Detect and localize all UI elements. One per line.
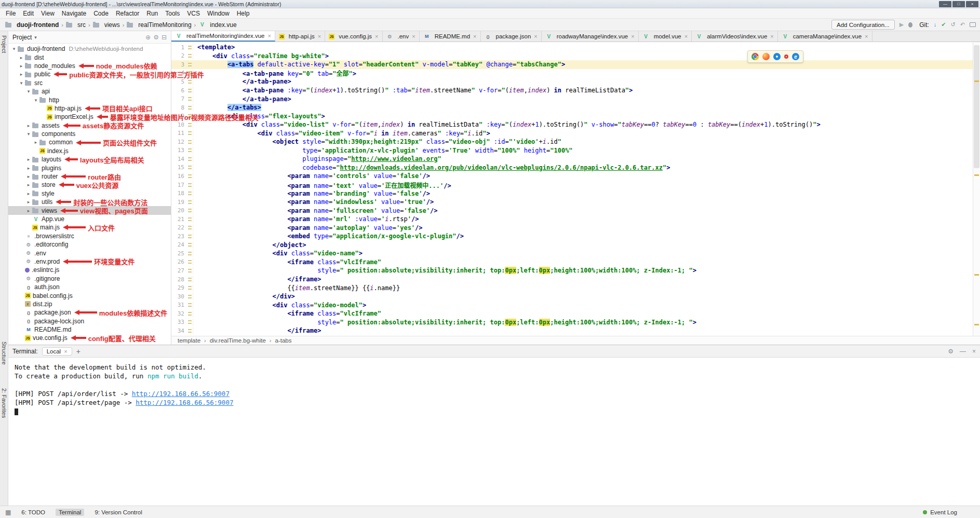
editor-tab-package-json[interactable]: {}package.json×: [481, 31, 542, 42]
menu-view[interactable]: View: [37, 10, 58, 17]
debug-icon[interactable]: [908, 22, 912, 28]
close-button[interactable]: ×: [966, 1, 978, 7]
tree-item-dist[interactable]: ▸dist: [8, 53, 171, 61]
code-line[interactable]: 18 <param name='branding' value='false'/…: [171, 189, 973, 198]
git-update-icon[interactable]: ↓: [934, 22, 937, 28]
code-line[interactable]: 25 <div class="video-name">: [171, 249, 973, 258]
editor-breadcrumb-a-tabs[interactable]: a-tabs: [275, 337, 291, 344]
menu-run[interactable]: Run: [143, 10, 162, 17]
breadcrumb-item-src[interactable]: src: [65, 21, 87, 29]
project-panel-title[interactable]: Project: [12, 34, 32, 41]
code-line[interactable]: 24 </object>: [171, 241, 973, 250]
close-icon[interactable]: ×: [375, 33, 378, 39]
code-line[interactable]: 32 <iframe class="vlcIframe": [171, 309, 973, 318]
code-line[interactable]: 29 {{item.streetName}} {{i.name}}: [171, 283, 973, 292]
chevron-right-icon[interactable]: ▸: [18, 55, 25, 60]
tree-item-editorconfig[interactable]: ⚙.editorconfig: [8, 240, 171, 249]
tree-item-api[interactable]: ▾api: [8, 87, 171, 96]
code-line[interactable]: 19 <param name='windowless' value='true'…: [171, 198, 973, 207]
editor-tab-http-api-js[interactable]: JShttp-api.js×: [275, 31, 325, 42]
close-icon[interactable]: ×: [64, 348, 67, 355]
tree-item-env-prod[interactable]: ⚙.env.prod环境变量文件: [8, 257, 171, 266]
tree-item-main-js[interactable]: JSmain.js入口文件: [8, 223, 171, 231]
breadcrumb-item-views[interactable]: views: [92, 21, 121, 29]
chevron-down-icon[interactable]: ▾: [34, 35, 37, 40]
code-line[interactable]: 5 </a-tab-pane>: [171, 77, 973, 86]
statusbar-terminal[interactable]: Terminal: [56, 509, 84, 516]
git-history-icon[interactable]: ↺: [951, 22, 956, 28]
close-icon[interactable]: ×: [473, 33, 476, 39]
menu-code[interactable]: Code: [90, 10, 112, 17]
tree-item-eslintrc-js[interactable]: .eslintrc.js: [8, 266, 171, 274]
tree-item-views[interactable]: ▸viewsview视图、pages页面: [8, 206, 171, 214]
code-line[interactable]: 30 </div>: [171, 292, 973, 301]
tree-item-package-lock-json[interactable]: {}package-lock.json: [8, 317, 171, 325]
tool-window-favorites[interactable]: 2: Favorites: [1, 388, 7, 418]
code-line[interactable]: 20 <param name='fullscreen' value='false…: [171, 206, 973, 215]
ie-browser-icon[interactable]: e: [792, 53, 799, 60]
tree-item-style[interactable]: ▸style: [8, 189, 171, 198]
terminal-close-icon[interactable]: ×: [972, 348, 976, 355]
editor-tab-cameramanage-index-vue[interactable]: VcameraManage\index.vue×: [778, 31, 872, 42]
editor-breadcrumb-div-realtime-bg-white[interactable]: div.realTime.bg-white: [210, 337, 266, 344]
terminal-link[interactable]: http://192.168.66.56:9007: [136, 399, 233, 406]
code-line[interactable]: 11 <div class="video-item" v-for="i in i…: [171, 129, 973, 138]
breadcrumb-item-duoji-frontend[interactable]: duoji-frontend: [4, 21, 60, 29]
close-icon[interactable]: ×: [631, 33, 634, 39]
tree-item-store[interactable]: ▸storevuex公共资源: [8, 181, 171, 189]
run-icon[interactable]: ▶: [900, 22, 904, 28]
terminal-tab-local[interactable]: Local ×: [42, 347, 72, 356]
code-line[interactable]: 1<template>: [171, 43, 973, 52]
terminal-output[interactable]: Note that the development build is not o…: [8, 358, 980, 506]
chevron-right-icon[interactable]: ▸: [25, 174, 32, 179]
editor-tab-model-vue[interactable]: Vmodel.vue×: [639, 31, 692, 42]
git-rollback-icon[interactable]: ↶: [960, 22, 965, 28]
close-icon[interactable]: ×: [412, 33, 415, 39]
code-line[interactable]: 28 </iframe>: [171, 275, 973, 284]
statusbar-6-todo[interactable]: 6: TODO: [18, 509, 48, 516]
code-line[interactable]: 7 </a-tab-pane>: [171, 94, 973, 103]
tree-item-plugins[interactable]: ▸plugins: [8, 163, 171, 172]
editor-tab-alarmvideos-index-vue[interactable]: ValarmVideos\index.vue×: [692, 31, 778, 42]
menu-tools[interactable]: Tools: [162, 10, 183, 17]
tree-item-env[interactable]: ⚙.env: [8, 249, 171, 257]
safari-browser-icon[interactable]: [773, 53, 781, 60]
locate-file-icon[interactable]: ⊕: [145, 34, 151, 40]
event-log-button[interactable]: Event Log: [930, 509, 957, 515]
git-commit-icon[interactable]: ✔: [941, 22, 946, 28]
editor-scrollbar[interactable]: [973, 42, 980, 336]
code-editor[interactable]: 1<template>2 <div class="realTime bg-whi…: [171, 42, 973, 336]
code-line[interactable]: 23 <embed type="application/x-google-vlc…: [171, 232, 973, 241]
tree-item-babel-config-js[interactable]: JSbabel.config.js: [8, 291, 171, 299]
chevron-right-icon[interactable]: ▸: [18, 63, 25, 69]
opera-browser-icon[interactable]: [784, 54, 788, 59]
code-line[interactable]: 12 <object style="width:390px;height:219…: [171, 138, 973, 146]
chevron-down-icon[interactable]: ▾: [25, 131, 32, 137]
code-line[interactable]: 21 <param name='mrl' :value='i.rtsp'/>: [171, 215, 973, 224]
tool-window-project[interactable]: Project: [1, 35, 7, 53]
tree-item-router[interactable]: ▸routerrouter路由: [8, 172, 171, 181]
tree-item-importexcel-js[interactable]: JSimportExcel.js暴露环境变量地址给图片or视频资源路径变量相关: [8, 113, 171, 121]
tree-item-browserslistrc[interactable]: ≡.browserslistrc: [8, 232, 171, 240]
maximize-button[interactable]: □: [952, 1, 965, 7]
code-line[interactable]: 13 type='application/x-vlc-plugin' event…: [171, 146, 973, 155]
tool-window-switcher-icon[interactable]: ▦: [5, 509, 11, 516]
chevron-right-icon[interactable]: ▸: [25, 199, 32, 205]
code-line[interactable]: 6 <a-tab-pane :key="(index+1).toString()…: [171, 86, 973, 95]
code-line[interactable]: 17 <param name='text' value='正在加载视频中...'…: [171, 181, 973, 189]
tree-item-node-modules[interactable]: ▸node_modulesnode_modules依赖: [8, 62, 171, 70]
code-line[interactable]: 10 <div class="video-list" v-for="(item,…: [171, 120, 973, 129]
chevron-right-icon[interactable]: ▸: [25, 157, 32, 162]
tree-item-app-vue[interactable]: VApp.vue: [8, 215, 171, 223]
code-line[interactable]: 26 <iframe class="vlcIframe": [171, 258, 973, 267]
new-terminal-session-button[interactable]: +: [76, 347, 80, 356]
code-line[interactable]: 3 <a-tabs default-active-key="1" slot="h…: [171, 60, 973, 69]
menu-window[interactable]: Window: [204, 10, 233, 17]
chrome-browser-icon[interactable]: [751, 53, 759, 60]
code-line[interactable]: 33 style=" position:absolute;visibility:…: [171, 318, 973, 327]
chevron-right-icon[interactable]: ▸: [25, 166, 32, 171]
tree-item-common[interactable]: ▸common页面公共组件文件: [8, 138, 171, 146]
code-line[interactable]: 31 <div class="video-model">: [171, 301, 973, 309]
tree-item-index-js[interactable]: JSindex.js: [8, 147, 171, 155]
tree-item-components[interactable]: ▾components: [8, 130, 171, 138]
